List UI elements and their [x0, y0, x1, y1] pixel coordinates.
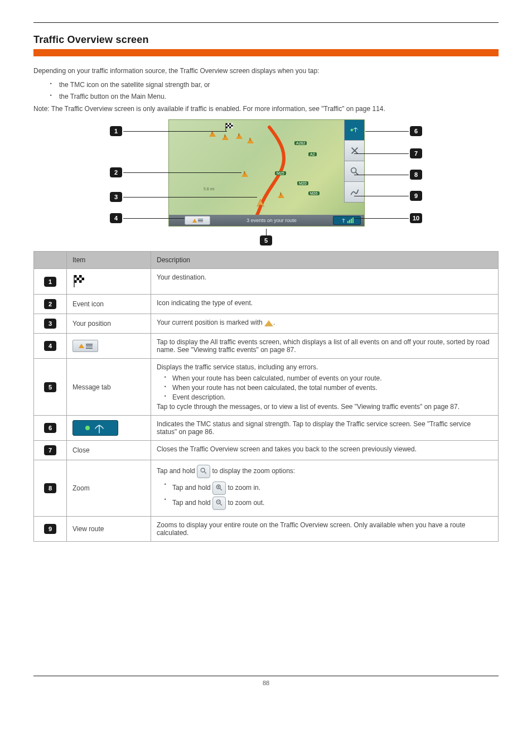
intro-list-item: the TMC icon on the satellite signal str… [50, 80, 499, 90]
intro-list-item: the Traffic button on the Main Menu. [50, 92, 499, 102]
event-warning-icon [278, 192, 284, 198]
note-text: Note: The Traffic Overview screen is onl… [33, 104, 499, 114]
svg-point-9 [350, 129, 353, 132]
legend-item: Close [67, 441, 151, 460]
legend-header: Description [151, 252, 499, 269]
road-label: M26 [308, 191, 320, 195]
event-list-icon [72, 340, 98, 352]
page-footer: 88 [33, 676, 499, 686]
svg-rect-3 [228, 125, 229, 127]
table-row: 7 Close Closes the Traffic Overview scre… [34, 441, 499, 460]
tmc-status-button[interactable] [344, 120, 364, 141]
table-row: 3 Your position Your current position is… [34, 314, 499, 334]
diagram-callout: 7 [410, 148, 422, 158]
legend-description: Icon indicating the type of event. [151, 295, 499, 314]
svg-marker-8 [257, 199, 264, 207]
diagram-callout: 1 [110, 126, 122, 136]
intro-list: the TMC icon on the satellite signal str… [50, 80, 499, 102]
svg-rect-16 [79, 275, 82, 278]
event-warning-icon [241, 171, 248, 177]
traffic-overview-diagram: A282 A2 M25 M20 M26 5.8 mi [110, 119, 422, 248]
map-bottom-bar: 3 events on your route [169, 215, 364, 226]
legend-description: Tap and hold to display the zoom options… [151, 460, 499, 517]
event-warning-icon [236, 133, 243, 139]
diagram-callout: 10 [410, 213, 422, 223]
table-row: 8 Zoom Tap and hold to display the zoom … [34, 460, 499, 517]
current-position-icon [264, 320, 273, 326]
legend-description: Indicates the TMC status and signal stre… [151, 416, 499, 441]
svg-line-30 [220, 504, 222, 506]
legend-table: Item Description 1 Your destination. 2 E… [33, 251, 499, 542]
road-label: M25 [275, 171, 286, 175]
legend-description: Zooms to display your entire route on th… [151, 517, 499, 542]
legend-description: Tap to display the All traffic events sc… [151, 334, 499, 359]
table-row: 4 Tap to display the All traffic events … [34, 334, 499, 359]
legend-header [34, 252, 67, 269]
svg-rect-18 [82, 278, 85, 281]
intro-text: Depending on your traffic information so… [33, 66, 499, 76]
svg-rect-6 [229, 127, 231, 128]
legend-description: Your destination. [151, 269, 499, 295]
event-list-button[interactable] [185, 216, 210, 225]
view-route-button[interactable] [344, 182, 364, 203]
zoom-in-icon [212, 481, 226, 495]
legend-item: Your position [67, 314, 151, 334]
close-button[interactable] [344, 141, 364, 161]
diagram-callout: 4 [110, 213, 122, 223]
svg-point-12 [351, 168, 356, 173]
event-warning-icon [222, 134, 229, 140]
diagram-callout: 8 [410, 170, 422, 180]
distance-label: 5.8 mi [204, 187, 214, 191]
zoom-button[interactable] [344, 161, 364, 182]
zoom-out-icon [212, 497, 226, 510]
road-label: A282 [294, 141, 307, 145]
map-area: A282 A2 M25 M20 M26 5.8 mi [168, 119, 365, 227]
road-label: M20 [297, 181, 308, 185]
event-warning-icon [209, 131, 216, 137]
tmc-signal-indicator[interactable] [333, 216, 361, 225]
tmc-status-icon [72, 420, 118, 436]
table-row: 6 Indicates the TMC status and signal st… [34, 416, 499, 441]
table-row: 1 Your destination. [34, 269, 499, 295]
table-row: 5 Message tab Displays the traffic servi… [34, 359, 499, 416]
legend-description: Closes the Traffic Overview screen and t… [151, 441, 499, 460]
diagram-callout: 9 [410, 191, 422, 201]
svg-rect-20 [79, 280, 82, 283]
page-number: 88 [33, 680, 499, 686]
legend-description: Your current position is marked with . [151, 314, 499, 334]
svg-point-22 [201, 468, 205, 472]
legend-header: Item [67, 252, 151, 269]
events-on-route-text: 3 events on your route [210, 218, 333, 223]
legend-item: View route [67, 517, 151, 542]
legend-item: Zoom [67, 460, 151, 517]
diagram-callout: 2 [110, 167, 122, 177]
event-warning-icon [247, 138, 254, 143]
table-row: 9 View route Zooms to display your entir… [34, 517, 499, 542]
legend-item: Event icon [67, 295, 151, 314]
svg-rect-4 [231, 125, 233, 127]
section-divider-bar [33, 49, 499, 56]
current-position-icon [255, 198, 265, 208]
page-title: Traffic Overview screen [33, 34, 499, 46]
diagram-callout: 5 [260, 229, 272, 245]
legend-item: Message tab [67, 359, 151, 416]
road-label: A2 [308, 152, 317, 156]
svg-line-27 [220, 489, 222, 491]
svg-line-23 [204, 472, 206, 474]
diagram-callout: 6 [410, 126, 422, 136]
diagram-callout: 3 [110, 192, 122, 202]
svg-rect-17 [77, 278, 80, 281]
destination-flag-icon [72, 273, 88, 288]
legend-description: Displays the traffic service status, inc… [151, 359, 499, 416]
svg-rect-2 [229, 123, 231, 125]
table-row: 2 Event icon Icon indicating the type of… [34, 295, 499, 314]
zoom-icon [197, 465, 210, 478]
